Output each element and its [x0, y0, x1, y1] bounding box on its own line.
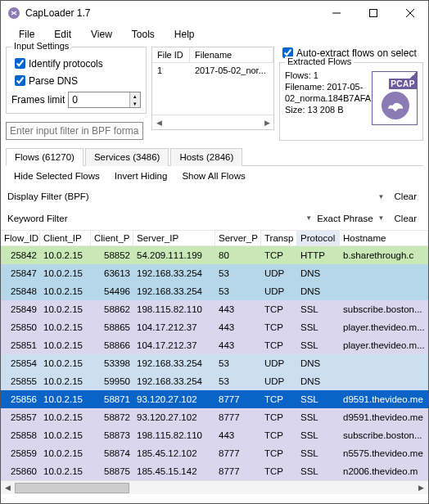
parse-dns-checkbox[interactable]: Parse DNS: [11, 73, 141, 88]
menu-help[interactable]: Help: [165, 27, 205, 42]
col-serverip[interactable]: Server_IP: [133, 231, 215, 245]
title-bar: CapLoader 1.7: [1, 1, 428, 25]
maximize-button[interactable]: [354, 1, 391, 25]
filename-header[interactable]: Filename: [190, 47, 273, 62]
input-settings-group: Input Settings Identify protocols Parse …: [6, 47, 147, 114]
extracted-filename: Filename: 2017-05-02_norma.184B7AFA.pcap: [285, 81, 367, 104]
menu-file[interactable]: File: [9, 27, 44, 42]
col-clientport[interactable]: Client_P: [91, 231, 133, 245]
input-settings-legend: Input Settings: [11, 41, 71, 51]
grid-header: Flow_ID Client_IP Client_P Server_IP Ser…: [1, 230, 428, 246]
window-title: CapLoader 1.7: [25, 7, 318, 19]
invert-hiding-button[interactable]: Invert Hiding: [108, 169, 174, 182]
minimize-button[interactable]: [318, 1, 354, 25]
extracted-flows-group: Extracted Flows PCAP Flows: 1 Filename: …: [279, 62, 423, 141]
table-row[interactable]: 2584710.0.2.1563613192.168.33.25453UDPDN…: [1, 264, 428, 282]
keyword-filter-clear[interactable]: Clear: [390, 214, 422, 223]
grid-scroll-left-icon[interactable]: ◀: [1, 484, 15, 492]
grid-scroll-thumb[interactable]: [15, 483, 129, 493]
exact-phrase-label[interactable]: Exact Phrase: [317, 214, 373, 223]
menu-edit[interactable]: Edit: [44, 27, 81, 42]
col-clientip[interactable]: Client_IP: [40, 231, 91, 245]
col-flowid[interactable]: Flow_ID: [1, 231, 40, 245]
extracted-flows-legend: Extracted Flows: [285, 56, 354, 66]
grid-body: 2584210.0.2.155885254.209.111.19980TCPHT…: [1, 246, 428, 480]
tab-services[interactable]: Services (3486): [85, 148, 169, 166]
extracted-size: Size: 13 208 B: [285, 104, 367, 115]
grid-scroll-right-icon[interactable]: ▶: [414, 484, 428, 492]
parse-dns-label: Parse DNS: [29, 75, 78, 87]
show-all-button[interactable]: Show All Flows: [175, 169, 251, 182]
col-protocol[interactable]: Protocol: [297, 231, 340, 245]
scroll-left-icon[interactable]: ◀: [152, 119, 165, 127]
frames-limit-label: Frames limit: [11, 94, 65, 106]
table-row[interactable]: 2585110.0.2.1558866104.17.212.37443TCPSS…: [1, 336, 428, 354]
table-row[interactable]: 2585910.0.2.1558874185.45.12.1028777TCPS…: [1, 444, 428, 462]
flows-count: Flows: 1: [285, 70, 367, 81]
tab-flows[interactable]: Flows (61270): [6, 148, 84, 166]
table-row[interactable]: 2584910.0.2.1558862198.115.82.110443TCPS…: [1, 300, 428, 318]
file-table: File ID Filename 1 2017-05-02_nor... ◀ ▶: [151, 47, 274, 130]
file-row[interactable]: 1 2017-05-02_nor...: [152, 63, 273, 78]
flow-toolbar: Hide Selected Flows Invert Hiding Show A…: [1, 166, 428, 186]
keyword-filter-dropdown-icon[interactable]: ▼: [300, 214, 317, 222]
col-hostname[interactable]: Hostname: [340, 231, 428, 245]
table-row[interactable]: 2585710.0.2.155887293.120.27.1028777TCPS…: [1, 408, 428, 426]
col-transport[interactable]: Transp: [261, 231, 297, 245]
menu-view[interactable]: View: [81, 27, 122, 42]
pcap-file-icon[interactable]: PCAP: [372, 71, 418, 125]
tab-hosts[interactable]: Hosts (2846): [170, 148, 242, 166]
display-filter-label[interactable]: Display Filter (BPF): [7, 191, 89, 201]
scroll-right-icon[interactable]: ▶: [260, 119, 273, 127]
identify-protocols-checkbox[interactable]: Identify protocols: [11, 56, 141, 71]
svg-rect-2: [369, 10, 377, 17]
app-icon: [7, 7, 20, 20]
table-row[interactable]: 2584810.0.2.1554496192.168.33.25453UDPDN…: [1, 282, 428, 300]
display-filter-dropdown-icon[interactable]: ▼: [373, 193, 390, 200]
table-row[interactable]: 2585610.0.2.155887193.120.27.1028777TCPS…: [1, 390, 428, 408]
table-row[interactable]: 2585410.0.2.1553398192.168.33.25453UDPDN…: [1, 354, 428, 372]
bpf-input[interactable]: [6, 122, 143, 140]
grid-hscroll[interactable]: ◀ ▶: [1, 480, 428, 494]
close-button[interactable]: [391, 1, 428, 25]
col-serverport[interactable]: Server_P: [215, 231, 261, 245]
table-row[interactable]: 2585810.0.2.1558873198.115.82.110443TCPS…: [1, 426, 428, 444]
file-id-header[interactable]: File ID: [152, 47, 190, 62]
spin-down-icon[interactable]: ▼: [130, 100, 140, 107]
table-row[interactable]: 2584210.0.2.155885254.209.111.19980TCPHT…: [1, 246, 428, 264]
frames-limit-stepper[interactable]: ▲ ▼: [68, 92, 141, 108]
keyword-filter-label[interactable]: Keyword Filter: [7, 214, 68, 223]
table-row[interactable]: 2585010.0.2.1558865104.17.212.37443TCPSS…: [1, 318, 428, 336]
frames-limit-input[interactable]: [69, 92, 129, 107]
file-id-cell: 1: [152, 63, 190, 78]
spin-up-icon[interactable]: ▲: [130, 92, 140, 100]
file-table-hscroll[interactable]: ◀ ▶: [152, 115, 273, 129]
tabs: Flows (61270) Services (3486) Hosts (284…: [6, 147, 423, 166]
flow-grid: Flow_ID Client_IP Client_P Server_IP Ser…: [1, 230, 428, 494]
hide-selected-button[interactable]: Hide Selected Flows: [7, 169, 106, 182]
table-row[interactable]: 2585510.0.2.1559950192.168.33.25453UDPDN…: [1, 372, 428, 390]
exact-phrase-dropdown-icon[interactable]: ▼: [373, 214, 390, 222]
filename-cell: 2017-05-02_nor...: [190, 63, 273, 78]
display-filter-clear[interactable]: Clear: [390, 191, 422, 201]
menu-tools[interactable]: Tools: [122, 27, 165, 42]
identify-protocols-label: Identify protocols: [29, 58, 103, 70]
table-row[interactable]: 2586010.0.2.1558875185.45.15.1428777TCPS…: [1, 462, 428, 480]
